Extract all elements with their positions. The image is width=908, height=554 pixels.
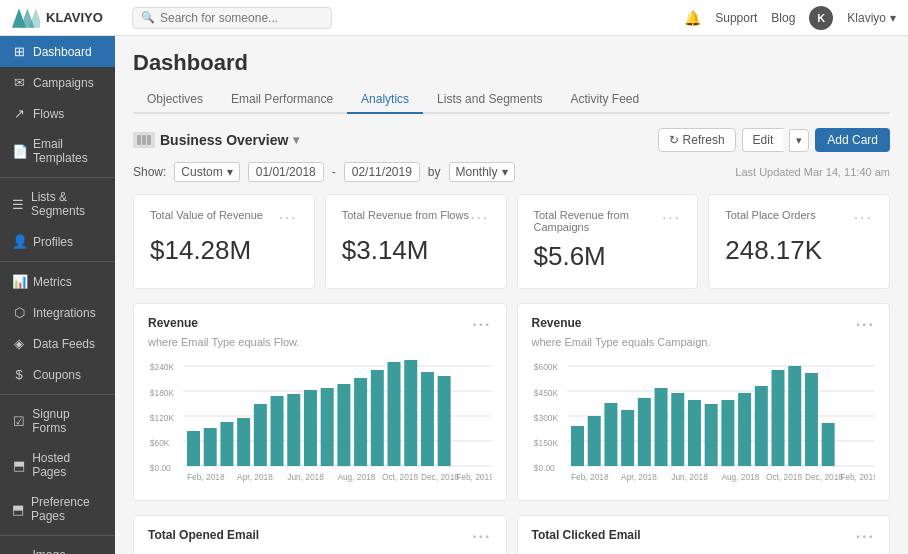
- svg-text:$0.00: $0.00: [150, 463, 171, 473]
- chart-area: $240K $180K $120K $60K $0.00: [148, 358, 492, 488]
- sidebar-item-label: Dashboard: [33, 45, 92, 59]
- business-overview-title[interactable]: Business Overview ▾: [133, 132, 299, 148]
- sidebar-item-label: Coupons: [33, 368, 81, 382]
- integrations-icon: ⬡: [12, 305, 26, 320]
- svg-text:Oct, 2018: Oct, 2018: [765, 472, 801, 482]
- svg-rect-27: [421, 372, 434, 466]
- svg-text:Dec, 2018: Dec, 2018: [804, 472, 842, 482]
- svg-rect-46: [570, 426, 583, 466]
- svg-text:Apr, 2018: Apr, 2018: [237, 472, 273, 482]
- svg-text:Oct, 2018: Oct, 2018: [382, 472, 418, 482]
- refresh-icon: ↻: [669, 133, 679, 147]
- search-input[interactable]: [160, 11, 323, 25]
- kpi-label: Total Revenue from Flows ···: [342, 209, 490, 227]
- tab-objectives[interactable]: Objectives: [133, 86, 217, 114]
- data-feeds-icon: ◈: [12, 336, 26, 351]
- chart-subtitle: where Email Type equals Campaign.: [532, 336, 876, 348]
- sidebar: ⊞Dashboard✉Campaigns↗Flows📄Email Templat…: [0, 36, 115, 554]
- svg-text:Aug, 2018: Aug, 2018: [337, 472, 375, 482]
- sidebar-item-integrations[interactable]: ⬡Integrations: [0, 297, 115, 328]
- chart-more-button[interactable]: ···: [472, 528, 491, 546]
- sidebar-item-dashboard[interactable]: ⊞Dashboard: [0, 36, 115, 67]
- refresh-button[interactable]: ↻ Refresh: [658, 128, 736, 152]
- last-updated: Last Updated Mar 14, 11:40 am: [735, 166, 890, 178]
- svg-text:Feb, 2018: Feb, 2018: [187, 472, 225, 482]
- kpi-value: 248.17K: [725, 235, 873, 266]
- kpi-more-button[interactable]: ···: [662, 209, 681, 227]
- svg-rect-28: [438, 376, 451, 466]
- svg-rect-13: [187, 431, 200, 466]
- sidebar-item-label: Hosted Pages: [32, 451, 103, 479]
- svg-rect-16: [237, 418, 250, 466]
- chart-title: Total Clicked Email ···: [532, 528, 876, 546]
- edit-button[interactable]: Edit: [742, 128, 784, 152]
- svg-rect-48: [604, 403, 617, 466]
- sidebar-item-preference-pages[interactable]: ⬒Preference Pages: [0, 487, 115, 531]
- sidebar-item-lists-segments[interactable]: ☰Lists & Segments: [0, 182, 115, 226]
- svg-rect-50: [637, 398, 650, 466]
- svg-rect-59: [788, 366, 801, 466]
- svg-rect-49: [621, 410, 634, 466]
- svg-text:Jun, 2018: Jun, 2018: [287, 472, 324, 482]
- add-card-button[interactable]: Add Card: [815, 128, 890, 152]
- sidebar-item-profiles[interactable]: 👤Profiles: [0, 226, 115, 257]
- sidebar-item-metrics[interactable]: 📊Metrics: [0, 266, 115, 297]
- sidebar-item-campaigns[interactable]: ✉Campaigns: [0, 67, 115, 98]
- kpi-more-button[interactable]: ···: [470, 209, 489, 227]
- svg-rect-25: [388, 362, 401, 466]
- support-link[interactable]: Support: [715, 11, 757, 25]
- sidebar-item-label: Image Library: [32, 548, 103, 554]
- svg-text:Apr, 2018: Apr, 2018: [621, 472, 657, 482]
- kpi-more-button[interactable]: ···: [278, 209, 297, 227]
- date-from-input[interactable]: 01/01/2018: [248, 162, 324, 182]
- chart-opened-email: Total Opened Email ··· 800K 600K 400K: [133, 515, 507, 554]
- sidebar-item-label: Email Templates: [33, 137, 103, 165]
- sidebar-item-data-feeds[interactable]: ◈Data Feeds: [0, 328, 115, 359]
- kpi-card-orders: Total Place Orders ··· 248.17K: [708, 194, 890, 289]
- chevron-down-icon: ▾: [890, 11, 896, 25]
- chart-more-button[interactable]: ···: [472, 316, 491, 334]
- sidebar-item-label: Campaigns: [33, 76, 94, 90]
- chart-subtitle: where Email Type equals Flow.: [148, 336, 492, 348]
- lists-segments-icon: ☰: [12, 197, 24, 212]
- flows-icon: ↗: [12, 106, 26, 121]
- svg-rect-22: [337, 384, 350, 466]
- chart-more-button[interactable]: ···: [856, 528, 875, 546]
- svg-rect-51: [654, 388, 667, 466]
- sidebar-item-email-templates[interactable]: 📄Email Templates: [0, 129, 115, 173]
- kpi-value: $5.6M: [534, 241, 682, 272]
- user-dropdown[interactable]: Klaviyo ▾: [847, 11, 896, 25]
- tab-analytics[interactable]: Analytics: [347, 86, 423, 114]
- tab-email-performance[interactable]: Email Performance: [217, 86, 347, 114]
- chart-more-button[interactable]: ···: [856, 316, 875, 334]
- metrics-icon: 📊: [12, 274, 26, 289]
- svg-text:Feb, 2019: Feb, 2019: [456, 472, 491, 482]
- svg-rect-58: [771, 370, 784, 466]
- svg-text:Feb, 2018: Feb, 2018: [570, 472, 608, 482]
- bar-chart-svg: 100K 75K 50K: [532, 548, 876, 554]
- date-to-input[interactable]: 02/11/2019: [344, 162, 420, 182]
- chart-area: $600K $450K $300K $150K $0.00: [532, 358, 876, 488]
- sidebar-divider: [0, 177, 115, 178]
- tab-activity-feed[interactable]: Activity Feed: [557, 86, 654, 114]
- kpi-more-button[interactable]: ···: [854, 209, 873, 227]
- blog-link[interactable]: Blog: [771, 11, 795, 25]
- svg-text:$0.00: $0.00: [533, 463, 554, 473]
- chart-revenue-campaigns: Revenue ··· where Email Type equals Camp…: [517, 303, 891, 501]
- date-preset-select[interactable]: Custom ▾: [174, 162, 239, 182]
- tab-lists-segments[interactable]: Lists and Segments: [423, 86, 556, 114]
- sidebar-item-image-library[interactable]: 🖼Image Library: [0, 540, 115, 554]
- sidebar-item-coupons[interactable]: $Coupons: [0, 359, 115, 390]
- interval-select[interactable]: Monthly ▾: [449, 162, 515, 182]
- sidebar-item-signup-forms[interactable]: ☑Signup Forms: [0, 399, 115, 443]
- search-box[interactable]: 🔍: [132, 7, 332, 29]
- bell-icon[interactable]: 🔔: [684, 10, 701, 26]
- avatar[interactable]: K: [809, 6, 833, 30]
- chart-title: Total Opened Email ···: [148, 528, 492, 546]
- sidebar-item-hosted-pages[interactable]: ⬒Hosted Pages: [0, 443, 115, 487]
- svg-rect-60: [804, 373, 817, 466]
- edit-caret-button[interactable]: ▾: [789, 129, 809, 152]
- sidebar-item-flows[interactable]: ↗Flows: [0, 98, 115, 129]
- svg-rect-47: [587, 416, 600, 466]
- chevron-down-icon: ▾: [293, 133, 299, 147]
